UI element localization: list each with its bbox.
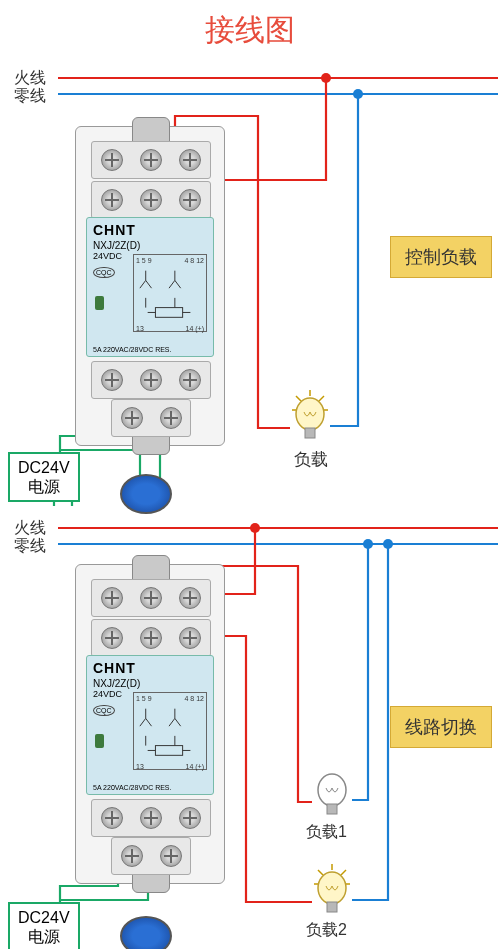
screw-icon xyxy=(101,369,123,391)
screw-icon xyxy=(140,369,162,391)
svg-rect-4 xyxy=(155,308,182,318)
model-text: NXJ/2Z(D) xyxy=(93,678,207,689)
screw-icon xyxy=(101,587,123,609)
relay-faceplate: CHNT NXJ/2Z(D) 24VDC CQC 1 5 9 4 8 12 13… xyxy=(86,655,214,795)
screw-icon xyxy=(179,807,201,829)
power-source-label: DC24V 电源 xyxy=(8,902,80,949)
cert-badge: CQC xyxy=(93,267,115,278)
screw-icon xyxy=(101,189,123,211)
screw-icon xyxy=(160,845,182,867)
terminal-block-bottom xyxy=(111,399,191,437)
relay-device: CHNT NXJ/2Z(D) 24VDC CQC 1 5 9 4 8 12 13… xyxy=(75,126,225,446)
relay-faceplate: CHNT NXJ/2Z(D) 24VDC CQC 1 5 9 4 8 12 13… xyxy=(86,217,214,357)
svg-rect-11 xyxy=(305,428,315,438)
svg-point-18 xyxy=(318,774,346,806)
terminal-block-bottom xyxy=(111,837,191,875)
screw-icon xyxy=(160,407,182,429)
section-load-control: 火线 零线 控制负载 CHNT NXJ/2Z(D) 24VDC CQC 1 5 … xyxy=(0,56,500,506)
bulb-icon xyxy=(310,764,354,820)
screw-icon xyxy=(140,627,162,649)
led-indicator-icon xyxy=(95,296,104,310)
callout-line-switch: 线路切换 xyxy=(390,706,492,748)
internal-schematic: 1 5 9 4 8 12 1314 (+) xyxy=(133,254,207,332)
brand-text: CHNT xyxy=(93,660,207,676)
model-text: NXJ/2Z(D) xyxy=(93,240,207,251)
relay-device: CHNT NXJ/2Z(D) 24VDC CQC 1 5 9 4 8 12 13… xyxy=(75,564,225,884)
screw-icon xyxy=(140,149,162,171)
svg-rect-17 xyxy=(155,746,182,756)
terminal-block-2 xyxy=(91,619,211,657)
terminal-block-2 xyxy=(91,181,211,219)
screw-icon xyxy=(140,587,162,609)
brand-text: CHNT xyxy=(93,222,207,238)
terminal-block-3 xyxy=(91,361,211,399)
screw-icon xyxy=(101,807,123,829)
led-indicator-icon xyxy=(95,734,104,748)
screw-icon xyxy=(179,587,201,609)
screw-icon xyxy=(179,189,201,211)
screw-icon xyxy=(140,189,162,211)
screw-icon xyxy=(140,807,162,829)
screw-icon xyxy=(101,627,123,649)
screw-icon xyxy=(179,369,201,391)
callout-load-control: 控制负载 xyxy=(390,236,492,278)
push-button-icon xyxy=(120,916,172,949)
section-line-switching: 火线 零线 线路切换 CHNT NXJ/2Z(D) 24VDC CQC 1 5 … xyxy=(0,506,500,949)
terminal-block-top xyxy=(91,579,211,617)
svg-line-7 xyxy=(319,396,324,401)
load1-label: 负载1 xyxy=(306,822,347,843)
neutral-line-label: 零线 xyxy=(14,536,46,557)
screw-icon xyxy=(101,149,123,171)
load2-label: 负载2 xyxy=(306,920,347,941)
bulb-icon xyxy=(288,388,332,444)
bulb-icon xyxy=(310,862,354,918)
svg-line-22 xyxy=(341,870,346,875)
cert-badge: CQC xyxy=(93,705,115,716)
svg-line-6 xyxy=(296,396,301,401)
rating-text: 5A 220VAC/28VDC RES. xyxy=(93,346,207,353)
load-label: 负载 xyxy=(294,448,328,471)
diagram-title: 接线图 xyxy=(0,0,500,56)
neutral-line-label: 零线 xyxy=(14,86,46,107)
power-source-label: DC24V 电源 xyxy=(8,452,80,502)
screw-icon xyxy=(121,407,143,429)
internal-schematic: 1 5 9 4 8 12 1314 (+) xyxy=(133,692,207,770)
svg-rect-26 xyxy=(327,902,337,912)
terminal-block-top xyxy=(91,141,211,179)
screw-icon xyxy=(179,627,201,649)
svg-point-10 xyxy=(296,398,324,430)
screw-icon xyxy=(121,845,143,867)
terminal-block-3 xyxy=(91,799,211,837)
svg-line-21 xyxy=(318,870,323,875)
screw-icon xyxy=(179,149,201,171)
rating-text: 5A 220VAC/28VDC RES. xyxy=(93,784,207,791)
svg-point-25 xyxy=(318,872,346,904)
svg-rect-19 xyxy=(327,804,337,814)
